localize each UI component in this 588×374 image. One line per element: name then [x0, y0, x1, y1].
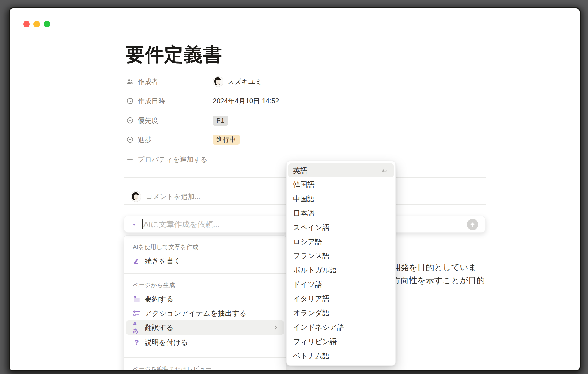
property-row-priority[interactable]: 優先度	[126, 115, 158, 125]
language-option-selected[interactable]: 英語	[288, 163, 394, 177]
property-value-author[interactable]: スズキユミ	[213, 76, 262, 87]
text-cursor	[142, 219, 143, 229]
add-property-label: プロパティを追加する	[138, 155, 207, 164]
return-icon	[381, 166, 388, 174]
language-option-label: ベトナム語	[293, 351, 329, 361]
language-option-label: オランダ語	[293, 308, 329, 318]
priority-tag[interactable]: P1	[213, 116, 228, 126]
comment-placeholder: コメントを追加...	[146, 192, 200, 201]
question-icon: ?	[133, 339, 140, 346]
language-option-label: 中国語	[293, 194, 315, 204]
language-option-list: 韓国語 中国語 日本語 スペイン語 ロシア語 フランス語 ポルトガル語 ドイツ語…	[287, 177, 395, 363]
zoom-window-button[interactable]	[44, 21, 50, 27]
menu-divider	[124, 273, 286, 274]
language-option[interactable]: インドネシア語	[287, 320, 395, 334]
property-label: 優先度	[138, 116, 158, 125]
clock-icon	[126, 97, 134, 105]
pencil-line-icon	[133, 257, 140, 265]
minimize-window-button[interactable]	[33, 21, 40, 27]
property-label: 作成日時	[138, 96, 165, 106]
property-label: 作成者	[138, 77, 158, 86]
menu-item-label: 説明を付ける	[145, 338, 188, 347]
menu-item-label: アクションアイテムを抽出する	[145, 308, 247, 318]
translate-icon: Aあ	[133, 324, 140, 331]
language-option-label: 英語	[293, 166, 307, 175]
language-option-label: スペイン語	[293, 223, 329, 232]
language-option[interactable]: オランダ語	[287, 306, 395, 320]
menu-item-label: 続きを書く	[145, 256, 181, 266]
language-option[interactable]: フランス語	[287, 249, 395, 263]
page-body-line: 開発を目的としていま	[392, 262, 477, 273]
property-label: 進捗	[138, 135, 151, 144]
avatar	[213, 76, 223, 87]
language-option[interactable]: フィリピン語	[287, 334, 395, 349]
language-option[interactable]: ドイツ語	[287, 277, 395, 292]
language-option-label: フィリピン語	[293, 337, 337, 346]
menu-item-explain[interactable]: ? 説明を付ける	[126, 335, 284, 350]
language-option-label: フランス語	[293, 251, 329, 261]
summarize-icon	[133, 295, 140, 303]
menu-item-summarize[interactable]: 要約する	[126, 292, 284, 306]
ai-prompt-placeholder: AIに文章作成を依頼...	[143, 219, 219, 230]
language-option[interactable]: スペイン語	[287, 220, 395, 235]
ai-menu-section-header: AIを使用して文章を作成	[133, 243, 198, 251]
ai-menu-section-header: ページを編集またはレビュー	[133, 365, 211, 370]
select-circle-icon	[126, 136, 134, 144]
chevron-right-icon	[273, 324, 279, 331]
language-option[interactable]: イタリア語	[287, 292, 395, 306]
language-option-label: インドネシア語	[293, 322, 344, 332]
menu-item-translate[interactable]: Aあ 翻訳する	[126, 320, 284, 335]
page-body-line: 方向性を示すことが目的	[392, 275, 485, 286]
add-comment-row[interactable]: コメントを追加...	[131, 191, 200, 202]
tag-in-progress: 進行中	[213, 135, 240, 145]
add-property-button[interactable]: プロパティを追加する	[126, 154, 207, 164]
language-option-label: イタリア語	[293, 294, 329, 303]
language-option[interactable]: 韓国語	[287, 177, 395, 192]
language-option-label: 日本語	[293, 208, 315, 218]
select-circle-icon	[126, 116, 134, 124]
created-datetime[interactable]: 2024年4月10日 14:52	[213, 96, 279, 106]
language-dropdown: 英語 韓国語 中国語 日本語 スペイン語 ロシア語	[286, 161, 396, 366]
arrow-up-icon[interactable]	[467, 219, 478, 230]
menu-item-extract-action-items[interactable]: アクションアイテムを抽出する	[126, 306, 284, 320]
ai-sparkle-icon	[129, 220, 137, 228]
menu-item-label: 翻訳する	[145, 323, 173, 332]
close-window-button[interactable]	[23, 21, 30, 27]
language-option-label: 韓国語	[293, 180, 315, 189]
menu-divider	[124, 357, 286, 358]
page-title[interactable]: 要件定義書	[126, 42, 222, 68]
ai-menu-section-header: ページから生成	[133, 281, 175, 289]
people-icon	[126, 78, 134, 85]
author-name: スズキユミ	[227, 77, 262, 86]
language-option[interactable]: 中国語	[287, 192, 395, 206]
menu-item-label: 要約する	[145, 294, 173, 304]
menu-item-continue-writing[interactable]: 続きを書く	[126, 254, 284, 268]
status-tag[interactable]: 進行中	[213, 135, 240, 145]
language-option[interactable]: ベトナム語	[287, 349, 395, 363]
language-option-label: ドイツ語	[293, 280, 322, 289]
property-row-created[interactable]: 作成日時	[126, 96, 165, 106]
language-option[interactable]: ポルトガル語	[287, 263, 395, 277]
language-option[interactable]: ロシア語	[287, 235, 395, 249]
plus-icon	[126, 155, 134, 163]
property-row-author[interactable]: 作成者	[126, 77, 158, 87]
tag-p1: P1	[213, 116, 228, 126]
avatar	[131, 191, 141, 202]
language-option[interactable]: 日本語	[287, 206, 395, 220]
property-row-status[interactable]: 進捗	[126, 135, 151, 145]
app-window: 要件定義書 作成者 スズキユミ	[10, 8, 580, 370]
screenshot-stage: 要件定義書 作成者 スズキユミ	[0, 0, 588, 374]
language-option-label: ロシア語	[293, 237, 322, 247]
action-items-icon	[133, 309, 140, 317]
language-option-label: ポルトガル語	[293, 265, 337, 275]
